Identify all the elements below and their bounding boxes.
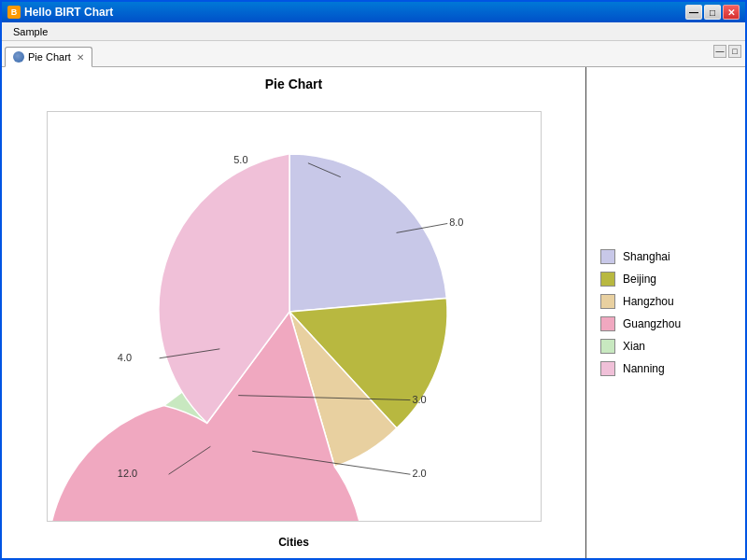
legend-item-nanning: Nanning — [600, 361, 731, 376]
maximize-button[interactable]: □ — [704, 5, 721, 20]
tab-close-button[interactable]: ✕ — [77, 52, 84, 63]
legend-item-xian: Xian — [600, 339, 731, 354]
tab-icon — [13, 51, 24, 63]
title-bar: B Hello BIRT Chart — □ ✕ — [2, 2, 745, 22]
tab-bar: Pie Chart ✕ — □ — [2, 41, 745, 67]
pie-chart-svg: 8.0 5.0 4.0 12.0 2.0 — [48, 112, 541, 521]
legend-label-shanghai: Shanghai — [623, 250, 670, 263]
label-shanghai: 8.0 — [449, 217, 463, 228]
slice-shanghai — [289, 154, 446, 312]
legend-label-guangzhou: Guangzhou — [623, 317, 681, 330]
legend-item-hangzhou: Hangzhou — [600, 294, 731, 309]
pie-chart-tab[interactable]: Pie Chart ✕ — [5, 47, 92, 67]
tab-scroll-right[interactable]: □ — [728, 45, 741, 58]
title-bar-left: B Hello BIRT Chart — [7, 6, 113, 19]
legend-color-shanghai — [600, 249, 615, 264]
tab-label: Pie Chart — [28, 51, 71, 63]
legend-label-beijing: Beijing — [623, 273, 656, 286]
legend-color-xian — [600, 339, 615, 354]
app-icon: B — [7, 6, 21, 19]
tab-bar-buttons: — □ — [713, 45, 741, 58]
legend-item-beijing: Beijing — [600, 272, 731, 287]
label-nanning: 3.0 — [412, 394, 426, 405]
legend-color-beijing — [600, 272, 615, 287]
label-hangzhou: 4.0 — [117, 352, 131, 363]
close-button[interactable]: ✕ — [723, 5, 740, 20]
menu-bar: Sample — [2, 22, 745, 41]
label-beijing: 5.0 — [233, 154, 247, 165]
legend-item-shanghai: Shanghai — [600, 249, 731, 264]
legend-label-nanning: Nanning — [623, 362, 665, 375]
main-window: B Hello BIRT Chart — □ ✕ Sample Pie Char… — [0, 0, 747, 560]
label-xian: 2.0 — [412, 468, 426, 479]
tab-scroll-left[interactable]: — — [713, 45, 726, 58]
title-controls: — □ ✕ — [685, 5, 740, 20]
x-axis-label: Cities — [278, 536, 309, 549]
chart-area: 8.0 5.0 4.0 12.0 2.0 — [47, 111, 542, 522]
minimize-button[interactable]: — — [685, 5, 702, 20]
legend: Shanghai Beijing Hangzhou Guangzhou Xian… — [586, 67, 745, 558]
chart-wrapper: 8.0 5.0 4.0 12.0 2.0 — [11, 99, 576, 534]
legend-color-guangzhou — [600, 316, 615, 331]
chart-title: Pie Chart — [265, 77, 322, 91]
legend-label-hangzhou: Hangzhou — [623, 295, 674, 308]
legend-label-xian: Xian — [623, 340, 645, 353]
sample-menu[interactable]: Sample — [7, 25, 53, 38]
chart-container: Pie Chart — [2, 67, 586, 558]
legend-item-guangzhou: Guangzhou — [600, 316, 731, 331]
legend-color-nanning — [600, 361, 615, 376]
label-guangzhou: 12.0 — [117, 468, 136, 479]
window-title: Hello BIRT Chart — [24, 6, 113, 19]
content-area: Pie Chart — [2, 67, 745, 558]
legend-color-hangzhou — [600, 294, 615, 309]
